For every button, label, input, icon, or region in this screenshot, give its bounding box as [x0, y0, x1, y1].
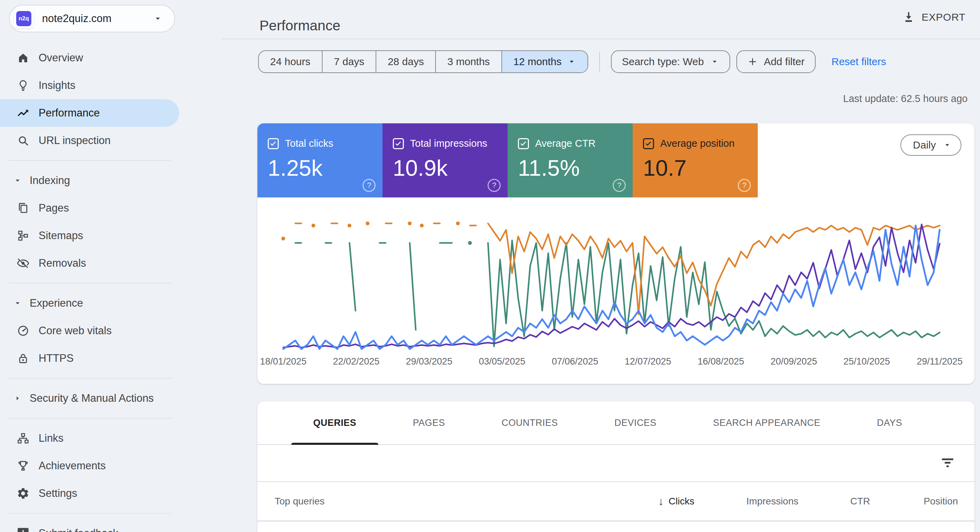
- metric-value: 11.5%: [518, 155, 579, 181]
- metric-value: 10.7: [643, 155, 687, 181]
- sidebar-item-label: Pages: [38, 202, 69, 214]
- column-header-impressions[interactable]: Impressions: [746, 482, 799, 521]
- chevron-down-icon: [943, 141, 952, 149]
- sidebar-item-settings[interactable]: Settings: [0, 480, 179, 507]
- check-icon: [395, 140, 402, 148]
- table-row-header: Top queries: [275, 482, 325, 521]
- sort-arrow-icon: ↓: [658, 495, 664, 508]
- checkbox-checked-icon[interactable]: [268, 138, 279, 149]
- metric-card-total-impressions[interactable]: Total impressions10.9k?: [382, 123, 508, 197]
- sidebar-item-label: Sitemaps: [38, 229, 83, 242]
- sidebar-divider: [8, 378, 172, 379]
- x-axis-label: 20/09/2025: [770, 356, 817, 367]
- metric-value: 1.25k: [268, 155, 323, 181]
- search-console-app: n2q note2quiz.com OverviewInsightsPerfor…: [0, 0, 980, 532]
- caret-down-icon: [13, 299, 22, 308]
- sidebar-item-achievements[interactable]: Achievements: [0, 452, 179, 480]
- sidebar-divider: [8, 160, 172, 161]
- sidebar-item-overview[interactable]: Overview: [0, 44, 179, 71]
- chevron-down-icon: [710, 57, 719, 66]
- x-axis-label: 12/07/2025: [625, 356, 671, 367]
- sidebar-section-label: Security & Manual Actions: [30, 392, 154, 405]
- sidebar-section-security-manual-actions[interactable]: Security & Manual Actions: [0, 384, 179, 412]
- x-axis-label: 29/03/2025: [406, 356, 452, 367]
- help-icon[interactable]: ?: [612, 179, 626, 192]
- checkbox-checked-icon[interactable]: [393, 138, 404, 149]
- sitemap-icon: [16, 229, 30, 242]
- sidebar-item-insights[interactable]: Insights: [0, 71, 179, 99]
- pages-icon: [16, 202, 30, 214]
- tree-icon: [16, 432, 30, 445]
- sidebar-item-url-inspection[interactable]: URL inspection: [0, 127, 179, 154]
- checkbox-checked-icon[interactable]: [518, 138, 529, 149]
- results-tabs: QUERIESPAGESCOUNTRIESDEVICESSEARCH APPEA…: [258, 402, 975, 445]
- sidebar-item-label: Achievements: [38, 460, 106, 472]
- x-axis-label: 07/06/2025: [552, 356, 598, 367]
- sidebar-item-performance[interactable]: Performance: [0, 99, 179, 127]
- tab-search-appearance[interactable]: SEARCH APPEARANCE: [685, 402, 849, 444]
- trophy-icon: [16, 459, 30, 472]
- range-3-months[interactable]: 3 months: [435, 51, 501, 72]
- metric-card-average-position[interactable]: Average position10.7?: [633, 123, 758, 197]
- column-header-ctr[interactable]: CTR: [850, 482, 870, 521]
- sidebar-item-label: Insights: [38, 79, 75, 92]
- column-header-clicks[interactable]: ↓Clicks: [658, 482, 694, 521]
- tab-countries[interactable]: COUNTRIES: [474, 402, 587, 444]
- toolbar-separator: [599, 52, 600, 71]
- search-type-button[interactable]: Search type: Web: [611, 50, 730, 73]
- sidebar-item-label: Performance: [38, 107, 100, 119]
- checkbox-checked-icon[interactable]: [643, 138, 654, 149]
- tab-devices[interactable]: DEVICES: [586, 402, 685, 444]
- header-divider: [221, 38, 980, 39]
- sidebar-section-indexing[interactable]: Indexing: [0, 167, 179, 194]
- sidebar-divider: [8, 418, 172, 419]
- sidebar-divider: [8, 513, 172, 514]
- range-28-days[interactable]: 28 days: [375, 51, 435, 72]
- export-button[interactable]: EXPORT: [900, 10, 967, 24]
- granularity-label: Daily: [913, 139, 936, 151]
- sidebar-item-links[interactable]: Links: [0, 424, 179, 452]
- sidebar-item-sitemaps[interactable]: Sitemaps: [0, 222, 179, 249]
- performance-chart-card: Total clicks1.25k?Total impressions10.9k…: [258, 123, 975, 384]
- metric-card-total-clicks[interactable]: Total clicks1.25k?: [258, 123, 382, 197]
- download-icon: [902, 11, 915, 24]
- help-icon[interactable]: ?: [363, 179, 375, 192]
- column-header-position[interactable]: Position: [923, 482, 958, 521]
- sidebar: n2q note2quiz.com OverviewInsightsPerfor…: [0, 0, 179, 532]
- sidebar-item-core-web-vitals[interactable]: Core web vitals: [0, 317, 179, 345]
- sidebar-item-pages[interactable]: Pages: [0, 194, 179, 222]
- sidebar-section-experience[interactable]: Experience: [0, 289, 179, 317]
- gauge-icon: [16, 324, 30, 337]
- plus-icon: [748, 57, 758, 67]
- granularity-select[interactable]: Daily: [900, 134, 961, 156]
- caret-down-icon: [567, 57, 576, 66]
- help-icon[interactable]: ?: [738, 179, 751, 192]
- caret-right-icon: [13, 394, 22, 403]
- table-filter-button[interactable]: [940, 455, 955, 470]
- sidebar-section-label: Experience: [30, 297, 83, 310]
- gear-icon: [16, 487, 30, 500]
- property-selector[interactable]: n2q note2quiz.com: [9, 5, 175, 32]
- sidebar-item-https[interactable]: HTTPS: [0, 345, 179, 372]
- lock-icon: [16, 352, 30, 365]
- filter-icon: [940, 455, 955, 470]
- range-7-days[interactable]: 7 days: [322, 51, 375, 72]
- range-12-months[interactable]: 12 months: [501, 51, 587, 72]
- help-icon[interactable]: ?: [488, 179, 501, 192]
- add-filter-button[interactable]: Add filter: [737, 50, 816, 73]
- range-24-hours[interactable]: 24 hours: [259, 51, 322, 72]
- metric-card-average-ctr[interactable]: Average CTR11.5%?: [508, 123, 633, 197]
- sidebar-item-removals[interactable]: Removals: [0, 249, 179, 277]
- sidebar-item-label: Links: [38, 432, 64, 445]
- date-range-control: 24 hours7 days28 days3 months12 months: [258, 50, 588, 73]
- metric-label: Average CTR: [535, 138, 595, 149]
- x-axis-label: 25/10/2025: [843, 356, 890, 367]
- x-axis-label: 18/01/2025: [260, 356, 306, 367]
- sidebar-item-submit-feedback[interactable]: Submit feedback: [0, 519, 179, 532]
- tab-pages[interactable]: PAGES: [385, 402, 474, 444]
- export-label: EXPORT: [921, 11, 966, 23]
- tab-queries[interactable]: QUERIES: [285, 402, 385, 444]
- property-badge: n2q: [16, 11, 31, 26]
- reset-filters-link[interactable]: Reset filters: [829, 56, 888, 68]
- tab-days[interactable]: DAYS: [849, 402, 931, 444]
